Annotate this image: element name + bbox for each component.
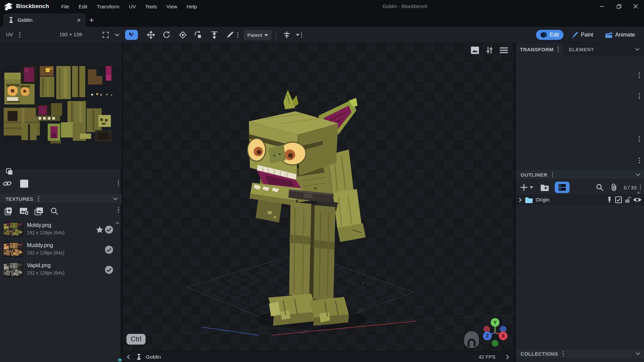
search-outliner-icon[interactable] <box>596 183 604 191</box>
texture-size: 192 x 128px (64x) <box>27 230 64 235</box>
chevron-down-icon[interactable] <box>112 30 122 40</box>
rotate-tool-icon[interactable] <box>162 30 172 40</box>
expand-chevron-icon[interactable] <box>519 197 522 202</box>
new-tab-button[interactable]: + <box>87 15 97 25</box>
menu-tools[interactable]: Tools <box>141 1 162 12</box>
tab-transform[interactable]: TRANSFORM <box>516 43 563 56</box>
menu-view[interactable]: View <box>162 1 182 12</box>
tools-kebab-icon[interactable] <box>235 32 240 38</box>
parent-dropdown-label: Parent <box>247 32 262 38</box>
dropdown-arrow-icon <box>264 34 268 37</box>
viewport-menu-icon[interactable] <box>499 47 508 54</box>
add-group-icon[interactable] <box>540 183 549 191</box>
paperclip-icon[interactable] <box>610 183 618 191</box>
toolbar-divider <box>276 31 276 39</box>
tab-element[interactable]: ELEMENT <box>569 43 594 56</box>
copy-uv-icon[interactable] <box>5 167 14 176</box>
menu-file[interactable]: File <box>56 1 74 12</box>
tab-goblin[interactable]: Goblin ✕ <box>3 13 86 27</box>
check-circle-icon[interactable] <box>105 265 113 274</box>
import-texture-icon[interactable] <box>19 206 29 216</box>
collections-collapse-chevron-icon[interactable] <box>636 352 640 355</box>
outliner-item-origin[interactable]: Origin <box>516 194 644 205</box>
panel-resize-handle[interactable] <box>639 72 640 78</box>
import-multiple-textures-icon[interactable] <box>34 206 44 216</box>
uv-menu-kebab-icon[interactable] <box>17 32 22 38</box>
texture-list-kebab-icon[interactable] <box>116 207 121 213</box>
textures-section-header[interactable]: TEXTURES <box>0 194 122 204</box>
scrollbar-nub[interactable] <box>118 359 122 361</box>
transform-tab-label: TRANSFORM <box>520 47 553 52</box>
uv-preview-area <box>0 43 122 169</box>
mode-paint-label: Paint <box>581 32 593 38</box>
mode-paint-button[interactable]: Paint <box>567 30 597 40</box>
outliner-collapse-chevron-icon[interactable] <box>636 173 640 176</box>
restore-button[interactable] <box>610 0 627 13</box>
check-circle-icon[interactable] <box>105 225 113 234</box>
pin-icon[interactable] <box>606 196 613 203</box>
textures-kebab-icon[interactable] <box>38 196 39 202</box>
fullscreen-icon[interactable] <box>101 30 111 40</box>
panel-resize-handle[interactable] <box>639 93 640 99</box>
search-textures-icon[interactable] <box>50 206 59 216</box>
visibility-eye-icon[interactable] <box>633 196 642 203</box>
outliner-toolbar-kebab-icon[interactable] <box>640 185 641 190</box>
pivot-tool-icon[interactable] <box>178 30 188 40</box>
align-kebab-icon[interactable] <box>299 32 304 38</box>
select-tool-button[interactable] <box>125 30 138 40</box>
menu-edit[interactable]: Edit <box>74 1 92 12</box>
link-texture-icon[interactable] <box>3 179 12 188</box>
color-swatch[interactable] <box>19 179 29 188</box>
checkbox-checked-icon[interactable] <box>615 196 622 203</box>
minimize-button[interactable] <box>594 0 610 13</box>
texture-item-muddy[interactable]: Muddy.png 192 x 128px (64x) <box>0 240 122 260</box>
move-tool-icon[interactable] <box>146 30 156 40</box>
panel-collapse-chevron-icon[interactable] <box>635 48 640 51</box>
axis-gizmo[interactable]: Y Z X <box>483 318 507 347</box>
menu-uv[interactable]: UV <box>124 1 141 12</box>
textures-collapse-chevron-icon[interactable] <box>113 197 118 200</box>
texture-item-vapid[interactable]: Vapid.png 192 x 128px (64x) <box>0 260 122 280</box>
outliner-view-toggle-active[interactable] <box>555 182 570 193</box>
add-element-dropdown-icon[interactable] <box>530 186 533 189</box>
texture-item-moldy[interactable]: Moldy.png 192 x 128px (64x) <box>0 220 122 240</box>
create-texture-icon[interactable] <box>4 206 13 216</box>
menu-help[interactable]: Help <box>182 1 202 12</box>
lock-open-icon[interactable] <box>624 196 632 203</box>
element-tab-label: ELEMENT <box>569 47 594 52</box>
folder-icon <box>525 196 533 203</box>
tab-bar: Goblin ✕ + <box>0 13 644 27</box>
add-element-icon[interactable] <box>520 183 528 191</box>
align-lines-icon[interactable] <box>282 30 292 40</box>
star-icon[interactable] <box>96 226 104 234</box>
breadcrumb-label[interactable]: Goblin <box>146 354 161 360</box>
texture-name: Vapid.png <box>27 262 51 268</box>
outliner-kebab-icon[interactable] <box>552 172 553 178</box>
brush-tool-icon[interactable] <box>225 30 235 40</box>
check-circle-icon[interactable] <box>105 245 113 254</box>
flip-tool-icon[interactable] <box>193 30 203 40</box>
collections-section-header[interactable]: COLLECTIONS <box>516 349 644 359</box>
mode-animate-button[interactable]: Animate <box>601 30 639 40</box>
close-button[interactable] <box>627 0 644 13</box>
mode-edit-button[interactable]: Edit <box>536 30 564 40</box>
parent-dropdown[interactable]: Parent <box>244 30 272 40</box>
breadcrumb-back-chevron-icon[interactable] <box>126 354 130 360</box>
transform-kebab-icon[interactable] <box>557 47 559 52</box>
outliner-scroll-arrow[interactable] <box>637 191 641 194</box>
background-image-icon[interactable] <box>471 46 479 54</box>
menu-transform[interactable]: Transform <box>92 1 124 12</box>
uv-options-kebab-icon[interactable] <box>116 180 121 186</box>
outliner-section-header[interactable]: OUTLINER <box>516 170 644 180</box>
viewport-3d[interactable]: z <box>123 43 514 351</box>
collections-kebab-icon[interactable] <box>563 351 564 357</box>
tab-close-icon[interactable]: ✕ <box>77 17 81 23</box>
panel-resize-handle[interactable] <box>639 158 640 163</box>
panel-resize-handle[interactable] <box>639 136 640 142</box>
texture-atlas-preview[interactable] <box>2 65 120 143</box>
right-panel: TRANSFORM ELEMENT OUTLINER <box>516 43 644 362</box>
breadcrumb-forward-chevron-icon[interactable] <box>505 354 509 360</box>
stretch-tool-icon[interactable] <box>209 30 219 40</box>
viewport-sliders-icon[interactable] <box>485 46 493 54</box>
paint-brush-icon <box>571 32 578 39</box>
